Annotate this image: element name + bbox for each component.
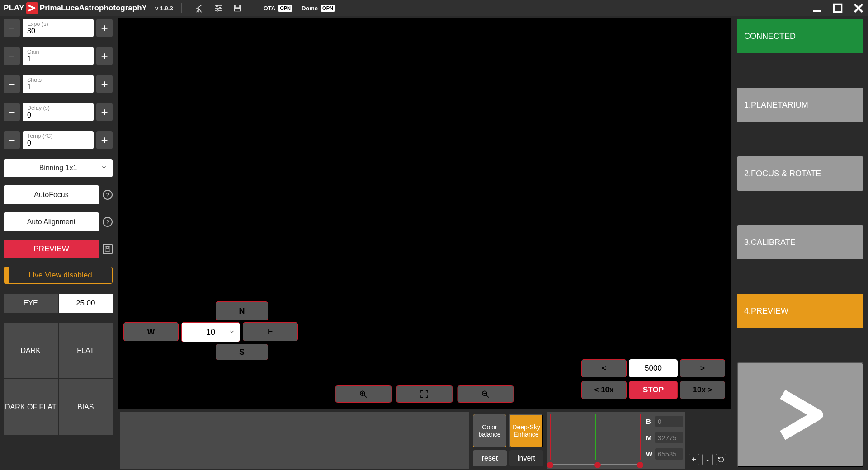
connected-button[interactable]: CONNECTED <box>737 19 863 53</box>
svg-line-3 <box>199 9 202 12</box>
gain-field[interactable]: Gain1 <box>23 47 94 65</box>
liveview-status[interactable]: Live View disabled <box>4 267 113 284</box>
east-button[interactable]: E <box>243 322 298 341</box>
close-icon[interactable] <box>853 2 864 14</box>
b-value[interactable]: 0 <box>655 416 683 427</box>
help-icon[interactable]: ? <box>103 190 113 200</box>
play-label: PLAY <box>4 4 24 13</box>
color-balance-button[interactable]: Color balance <box>473 414 506 447</box>
reset-button[interactable]: reset <box>473 450 507 466</box>
gain-increment[interactable]: + <box>96 47 113 65</box>
delay-increment[interactable]: + <box>96 103 113 121</box>
eye-label[interactable]: EYE <box>4 294 58 313</box>
stop-button[interactable]: STOP <box>629 381 678 399</box>
eye-value[interactable]: 25.00 <box>59 294 113 313</box>
west-button[interactable]: W <box>123 322 179 341</box>
ota-label: OTA <box>264 5 275 12</box>
shots-decrement[interactable]: − <box>4 75 20 93</box>
slider-white-handle[interactable] <box>637 462 643 468</box>
brand-name: PrimaLuceAstrophotographY <box>40 4 147 13</box>
m-value[interactable]: 32775 <box>655 432 683 443</box>
slider-black-handle[interactable] <box>547 462 553 468</box>
ota-badge[interactable]: OPN <box>278 5 292 12</box>
svg-line-2 <box>196 9 199 12</box>
north-button[interactable]: N <box>216 301 268 320</box>
deepsky-enhance-button[interactable]: Deep-Sky Enhance <box>509 414 543 447</box>
svg-rect-18 <box>106 247 109 249</box>
topbar: PLAY PrimaLuceAstrophotographY v 1.9.3 O… <box>0 0 868 16</box>
image-view[interactable]: N W 10 E S <box>118 18 731 409</box>
svg-point-9 <box>217 9 218 11</box>
maximize-icon[interactable] <box>832 2 844 14</box>
preview-button[interactable]: PREVIEW <box>4 240 99 258</box>
svg-point-7 <box>216 5 217 6</box>
stretch-plus-button[interactable]: + <box>689 454 699 465</box>
flat-button[interactable]: FLAT <box>59 323 113 378</box>
svg-rect-17 <box>105 247 110 252</box>
slew-speed-select[interactable]: 10 <box>181 322 240 342</box>
refresh-icon[interactable] <box>716 454 726 465</box>
focus-rotate-button[interactable]: 2.FOCUS & ROTATE <box>737 156 863 191</box>
bottom-strip: Color balance Deep-Sky Enhance reset inv… <box>118 409 731 470</box>
binning-select[interactable]: Binning 1x1 <box>4 159 113 177</box>
left-sidebar: − Expo (s) 30 + − Gain1 + − Shots1 + − D… <box>0 16 116 470</box>
bmw-values: B0 M32775 W65535 <box>643 412 685 469</box>
chevron-down-icon <box>101 164 107 172</box>
right-sidebar: CONNECTED 1.PLANETARIUM 2.FOCUS & ROTATE… <box>732 16 868 470</box>
histogram-right[interactable] <box>547 412 643 469</box>
temp-field[interactable]: Temp (°C)0 <box>23 131 94 149</box>
expo-field[interactable]: Expo (s) 30 <box>23 19 94 37</box>
dark-button[interactable]: DARK <box>4 323 58 378</box>
go-button[interactable] <box>737 362 863 467</box>
version-label: v 1.9.3 <box>155 5 173 12</box>
svg-line-20 <box>364 395 367 398</box>
autoalign-button[interactable]: Auto Alignment <box>4 212 99 231</box>
fit-screen-icon[interactable] <box>396 385 453 403</box>
svg-rect-12 <box>235 9 240 12</box>
chevron-down-icon <box>229 328 235 337</box>
w-value[interactable]: 65535 <box>655 448 683 460</box>
dome-label: Dome <box>302 5 318 12</box>
preview-step-button[interactable]: 4.PREVIEW <box>737 294 863 328</box>
planetarium-button[interactable]: 1.PLANETARIUM <box>737 88 863 122</box>
gain-decrement[interactable]: − <box>4 47 20 65</box>
nav-left-10x-button[interactable]: < 10x <box>581 381 627 399</box>
nav-left-button[interactable]: < <box>581 359 627 377</box>
temp-decrement[interactable]: − <box>4 131 20 149</box>
save-preview-icon[interactable] <box>103 244 113 254</box>
svg-rect-11 <box>235 5 239 7</box>
save-icon[interactable] <box>232 3 242 13</box>
svg-point-8 <box>219 7 220 9</box>
south-button[interactable]: S <box>216 344 268 360</box>
delay-decrement[interactable]: − <box>4 103 20 121</box>
app-logo <box>26 2 38 14</box>
calibrate-button[interactable]: 3.CALIBRATE <box>737 225 863 259</box>
autofocus-button[interactable]: AutoFocus <box>4 185 99 204</box>
telescope-icon[interactable] <box>194 3 204 13</box>
bias-button[interactable]: BIAS <box>59 379 113 435</box>
slider-mid-handle[interactable] <box>594 462 601 468</box>
nav-right-button[interactable]: > <box>680 359 725 377</box>
histogram-left <box>120 412 469 469</box>
stretch-minus-button[interactable]: - <box>702 454 713 465</box>
nav-value[interactable]: 5000 <box>629 359 678 377</box>
dome-badge[interactable]: OPN <box>321 5 335 12</box>
minimize-icon[interactable] <box>811 2 823 14</box>
invert-button[interactable]: invert <box>509 450 543 466</box>
temp-increment[interactable]: + <box>96 131 113 149</box>
expo-increment[interactable]: + <box>96 19 113 37</box>
expo-decrement[interactable]: − <box>4 19 20 37</box>
delay-field[interactable]: Delay (s)0 <box>23 103 94 121</box>
help-icon[interactable]: ? <box>103 217 113 227</box>
main-area: N W 10 E S <box>116 16 732 470</box>
zoom-out-icon[interactable] <box>457 385 514 403</box>
dark-of-flat-button[interactable]: DARK OF FLAT <box>4 379 58 435</box>
shots-increment[interactable]: + <box>96 75 113 93</box>
svg-line-24 <box>486 395 489 398</box>
shots-field[interactable]: Shots1 <box>23 75 94 93</box>
sliders-icon[interactable] <box>213 3 223 13</box>
zoom-in-icon[interactable] <box>335 385 392 403</box>
svg-rect-14 <box>834 4 841 12</box>
nav-right-10x-button[interactable]: 10x > <box>680 381 725 399</box>
